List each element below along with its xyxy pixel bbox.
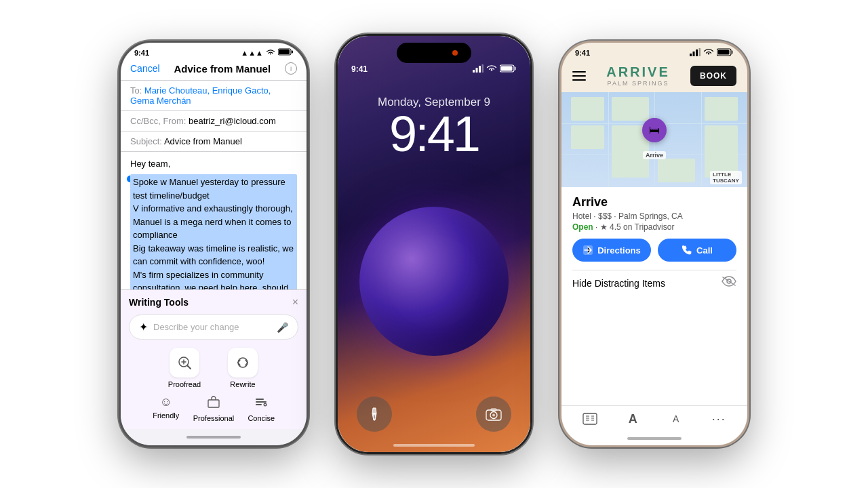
- svg-point-26: [492, 414, 495, 417]
- reader-view-button[interactable]: [576, 411, 604, 426]
- p3-signal-icon: [690, 48, 701, 58]
- proofread-button[interactable]: Proofread: [161, 348, 208, 388]
- phone2-screen: 9:41 Monday, September 9 9:41: [338, 36, 530, 452]
- lock-wifi-icon: [486, 64, 497, 74]
- map-block-7: [705, 125, 738, 178]
- friendly-icon: ☺: [160, 395, 172, 409]
- svg-rect-7: [208, 400, 219, 407]
- writing-tools-input[interactable]: ✦ Describe your change 🎤: [129, 314, 298, 340]
- map-grid-v3: [701, 92, 702, 187]
- p3-wifi-icon: [703, 48, 714, 58]
- subject-label: Subject:: [130, 136, 162, 146]
- svg-rect-19: [501, 66, 513, 71]
- to-label: To:: [130, 85, 142, 96]
- to-field[interactable]: To: Marie Chouteau, Enrique Gacto, Gema …: [121, 81, 307, 111]
- cc-value: beatriz_ri@icloud.com: [189, 116, 276, 126]
- camera-button[interactable]: [476, 396, 511, 432]
- rewrite-button[interactable]: Rewrite: [219, 348, 267, 388]
- svg-rect-30: [696, 49, 698, 56]
- directions-label: Directions: [597, 245, 641, 256]
- lock-orb-container: [338, 159, 530, 396]
- hamburger-menu-button[interactable]: [572, 71, 586, 81]
- to-value: Marie Chouteau, Enrique Gacto, Gema Merc…: [130, 85, 271, 106]
- info-button[interactable]: i: [285, 62, 297, 75]
- svg-rect-34: [732, 51, 733, 54]
- wifi-icon: [266, 49, 275, 57]
- font-large-button[interactable]: A: [619, 412, 646, 426]
- mail-greeting: Hey team,: [130, 159, 297, 169]
- mail-nav: Cancel Advice from Manuel i: [121, 60, 307, 81]
- svg-rect-10: [256, 404, 262, 405]
- book-button[interactable]: BOOK: [690, 66, 736, 86]
- map-pin-icon: 🛏: [642, 118, 667, 142]
- friendly-button[interactable]: ☺ Friendly: [146, 395, 186, 422]
- font-small-button[interactable]: A: [663, 413, 690, 424]
- wt-primary-buttons: Proofread Rewrite: [129, 348, 298, 388]
- svg-rect-33: [718, 50, 730, 55]
- home-indicator-phone1: [186, 436, 241, 439]
- phone1-frame: 9:41 ▲▲▲ Cancel Advice from Manuel i To:…: [119, 41, 309, 447]
- lock-time: 9:41: [389, 109, 479, 159]
- mail-title: Advice from Manuel: [174, 63, 271, 75]
- svg-rect-28: [690, 54, 692, 56]
- info-icon: i: [290, 65, 292, 73]
- arrive-bottom-toolbar: A A ···: [561, 405, 747, 432]
- subject-field[interactable]: Subject: Advice from Manuel: [121, 131, 307, 152]
- svg-rect-31: [699, 48, 701, 56]
- professional-button[interactable]: Professional: [193, 395, 235, 422]
- svg-rect-29: [693, 52, 695, 56]
- arrive-meta: Hotel · $$$ · Palm Springs, CA: [572, 211, 736, 221]
- more-options-button[interactable]: ···: [705, 412, 732, 426]
- call-button[interactable]: Call: [658, 239, 736, 262]
- lock-time-section: Monday, September 9 9:41: [378, 96, 490, 159]
- lock-orb: [359, 207, 509, 356]
- lock-signal-icon: [473, 64, 484, 74]
- proofread-label: Proofread: [168, 380, 201, 388]
- writing-tools-close-button[interactable]: ×: [292, 297, 298, 308]
- map-background: 🛏 Arrive LITTLETUSCANY: [561, 92, 747, 187]
- di-indicator: [452, 50, 458, 56]
- flashlight-button[interactable]: [357, 396, 392, 432]
- svg-rect-14: [473, 70, 475, 73]
- time-phone3: 9:41: [575, 49, 590, 57]
- hide-distracting-row: Hide Distracting Items: [572, 270, 736, 296]
- svg-rect-16: [479, 66, 481, 73]
- wt-sparkle-icon: ✦: [139, 321, 148, 333]
- writing-tools-header: Writing Tools ×: [129, 297, 298, 308]
- signal-icon: ▲▲▲: [241, 49, 263, 57]
- cancel-button[interactable]: Cancel: [130, 63, 160, 74]
- writing-tools-panel: Writing Tools × ✦ Describe your change 🎤…: [121, 289, 307, 429]
- battery-icon: [278, 48, 293, 57]
- phone3-screen: 9:41 ARRIVE PALM SPRINGS: [561, 43, 747, 445]
- professional-label: Professional: [193, 414, 235, 422]
- directions-button[interactable]: Directions: [572, 239, 651, 262]
- arrive-open-rating: Open · ★ 4.5 on Tripadvisor: [572, 222, 736, 232]
- dynamic-island: [397, 43, 471, 63]
- svg-rect-38: [583, 413, 597, 424]
- subject-value: Advice from Manuel: [164, 136, 242, 146]
- microphone-icon[interactable]: 🎤: [277, 322, 288, 333]
- time-phone1: 9:41: [134, 49, 149, 57]
- concise-button[interactable]: Concise: [241, 395, 281, 422]
- hide-label: Hide Distracting Items: [572, 278, 665, 289]
- cc-label: Cc/Bcc, From:: [130, 116, 186, 126]
- writing-tools-title: Writing Tools: [129, 297, 189, 308]
- svg-rect-8: [256, 399, 264, 400]
- cc-field[interactable]: Cc/Bcc, From: beatriz_ri@icloud.com: [121, 111, 307, 131]
- map-pin: 🛏: [642, 118, 667, 142]
- mail-body[interactable]: Hey team, Spoke w Manuel yesterday to pr…: [121, 152, 307, 289]
- arrive-open-status: Open: [572, 222, 593, 232]
- rewrite-icon: [228, 348, 258, 378]
- svg-rect-17: [482, 64, 484, 73]
- status-icons-phone1: ▲▲▲: [241, 48, 293, 57]
- map-block-2: [571, 125, 604, 149]
- district-label: LITTLETUSCANY: [710, 171, 742, 184]
- arrive-actions: Directions Call: [572, 239, 736, 262]
- wt-input-placeholder: Describe your change: [153, 322, 271, 332]
- map-block-1: [571, 97, 604, 121]
- call-label: Call: [696, 245, 713, 256]
- svg-rect-20: [515, 67, 516, 70]
- friendly-label: Friendly: [153, 411, 179, 420]
- eye-slash-icon[interactable]: [722, 276, 736, 290]
- map-area: 🛏 Arrive LITTLETUSCANY: [561, 92, 747, 187]
